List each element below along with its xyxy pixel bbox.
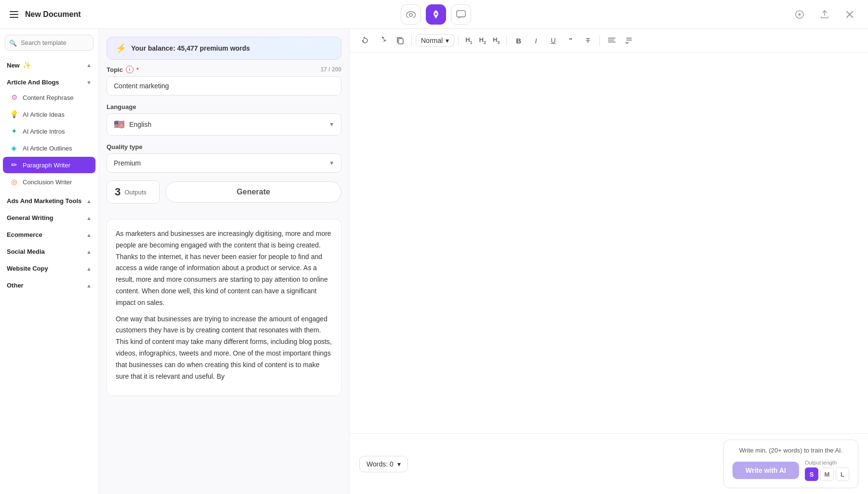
format-select[interactable]: Normal ▾ [416,34,454,47]
sidebar-item-conclusion-writer[interactable]: ◎ Conclusion Writer [3,174,95,190]
search-input[interactable] [5,35,94,51]
rocket-icon-button[interactable] [426,4,446,25]
words-count-button[interactable]: Words: 0 ▾ [359,456,408,472]
format-select-label: Normal [421,37,443,44]
ai-bottom-row: Write with AI Output length S M L [732,460,849,481]
topic-label-row: Topic i * 17 / 200 [107,66,341,73]
format-select-chevron: ▾ [446,37,449,44]
header-right [791,6,858,23]
sidebar-item-paragraph-writer[interactable]: ✏ Paragraph Writer [3,157,95,173]
char-count: 17 / 200 [321,66,341,73]
align-button[interactable] [604,33,619,48]
menu-button[interactable] [10,11,18,18]
bold-button[interactable]: B [511,33,526,48]
size-s-button[interactable]: S [805,467,818,481]
h3-button[interactable]: H3 [490,34,502,47]
underline-button[interactable]: U [545,33,561,48]
sidebar-section-articles-header[interactable]: Article And Blogs ▼ [0,74,98,89]
sidebar-item-content-rephrase[interactable]: ⚙ Content Rephrase [3,89,95,106]
svg-rect-5 [398,39,403,44]
sidebar-section-ads: Ads And Marketing Tools ▲ [0,192,98,209]
sidebar-section-other-header[interactable]: Other ▲ [0,277,98,292]
clear-format-button[interactable]: T [580,33,596,48]
upload-icon-button[interactable] [816,6,833,23]
language-value: English [129,121,151,128]
form-area: Topic i * 17 / 200 Language 🇺🇸 English [99,66,349,219]
chevron-up-icon: ▲ [86,62,92,68]
generate-button[interactable]: Generate [165,181,341,203]
result-box: As marketers and businesses are increasi… [107,219,341,396]
chevron-up-icon-ecommerce: ▲ [86,232,92,238]
sidebar-item-ai-article-intros[interactable]: ✦ AI Article Intros [3,123,95,139]
toolbar-divider-4 [599,35,600,46]
ai-tooltip-text: Write min. (20+ words) to train the AI. [732,447,849,454]
undo-button[interactable] [357,33,373,48]
chevron-up-icon-social: ▲ [86,249,92,255]
copy-button[interactable] [392,33,407,48]
write-ai-button[interactable]: Write with AI [732,462,799,479]
quality-value: Premium [114,159,141,167]
result-paragraph-1: As marketers and businesses are increasi… [116,228,332,309]
conclusion-writer-icon: ◎ [10,178,18,186]
result-paragraph-2: One way that businesses are trying to in… [116,314,332,383]
topic-input[interactable] [107,76,341,96]
lightning-icon: ⚡ [116,43,126,54]
sidebar-section-ecommerce-header[interactable]: Ecommerce ▲ [0,226,98,241]
quote-button[interactable]: " [563,33,578,48]
close-icon-button[interactable] [841,6,858,23]
quality-select-wrap: Premium ▼ [107,153,341,173]
sidebar-section-ads-title: Ads And Marketing Tools [7,197,81,205]
play-icon-button[interactable] [791,6,808,23]
header-left: New Document [10,10,81,19]
sidebar-section-social-title: Social Media [7,248,45,255]
middle-panel: ⚡ Your balance: 45,477 premium words Top… [99,29,350,494]
balance-bar: ⚡ Your balance: 45,477 premium words [107,37,341,60]
sidebar-section-new-header[interactable]: New ✨ ▲ [0,56,98,72]
info-icon: i [126,66,134,73]
generate-row: 3 Outputs Generate [107,180,341,204]
svg-point-0 [409,14,412,16]
sidebar-section-general-header[interactable]: General Writing ▲ [0,209,98,224]
paragraph-writer-icon: ✏ [10,161,18,169]
sidebar-section-website-header[interactable]: Website Copy ▲ [0,260,98,275]
sidebar-item-ai-article-ideas[interactable]: 💡 AI Article Ideas [3,106,95,123]
sidebar-item-label: Conclusion Writer [23,178,72,186]
heading-buttons: H1 H2 H3 [462,34,502,47]
quality-select[interactable]: Premium [107,153,341,173]
size-m-button[interactable]: M [820,467,834,481]
sidebar-section-ads-header[interactable]: Ads And Marketing Tools ▲ [0,192,98,207]
intros-icon: ✦ [10,127,18,136]
sidebar-item-label: Paragraph Writer [23,162,70,169]
language-group: Language 🇺🇸 English ▼ [107,103,341,136]
outlines-icon: ◈ [10,144,18,152]
h1-button[interactable]: H1 [462,34,475,47]
redo-button[interactable] [375,33,390,48]
size-buttons: S M L [805,467,849,481]
sidebar-section-general-title: General Writing [7,214,54,221]
sidebar-item-ai-article-outlines[interactable]: ◈ AI Article Outlines [3,140,95,156]
eye-icon-button[interactable] [401,4,421,25]
search-box: 🔍 [5,35,94,51]
language-select[interactable]: 🇺🇸 English [107,113,341,136]
sidebar-section-social-header[interactable]: Social Media ▲ [0,243,98,258]
svg-point-1 [435,13,437,15]
words-chevron-icon: ▾ [397,460,401,468]
ideas-icon: 💡 [10,110,18,119]
italic-button[interactable]: I [528,33,543,48]
words-count-text: Words: 0 [366,460,393,468]
output-length-group: Output length S M L [805,460,849,481]
balance-text: Your balance: 45,477 premium words [131,44,250,52]
chat-icon-button[interactable] [451,4,471,25]
quality-label-row: Quality type [107,143,341,151]
collapse-button[interactable] [621,33,637,48]
sidebar: 🔍 New ✨ ▲ Article And Blogs ▼ ⚙ Content … [0,29,99,494]
sidebar-section-social: Social Media ▲ [0,243,98,260]
editor-body[interactable] [350,53,868,433]
svg-marker-4 [799,13,801,16]
main-layout: 🔍 New ✨ ▲ Article And Blogs ▼ ⚙ Content … [0,29,868,494]
output-length-label: Output length [805,460,849,466]
toolbar-divider-2 [458,35,459,46]
size-l-button[interactable]: L [836,467,849,481]
h2-button[interactable]: H2 [476,34,489,47]
sidebar-section-ecommerce: Ecommerce ▲ [0,226,98,243]
